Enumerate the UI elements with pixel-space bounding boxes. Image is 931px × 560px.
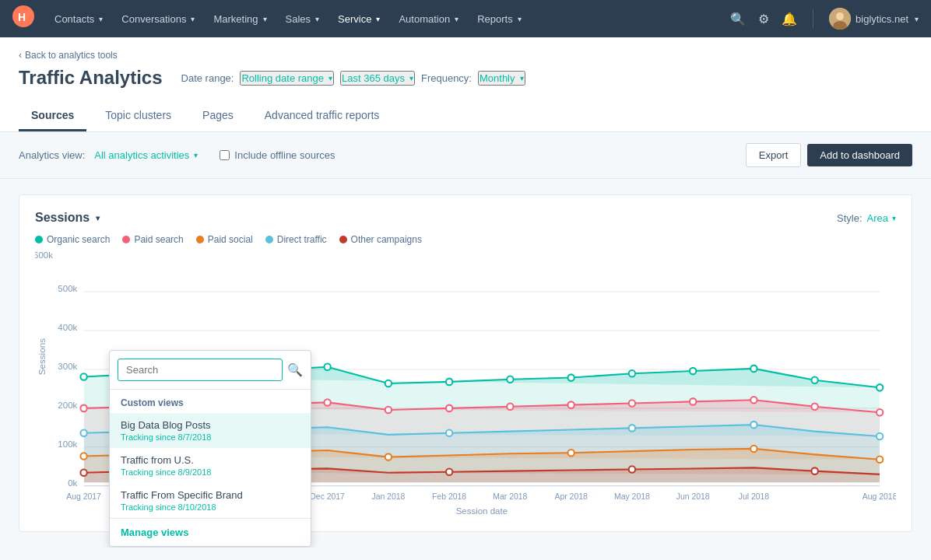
nav-sales[interactable]: Sales ▾ — [278, 9, 328, 30]
analytics-view-label: Analytics view: — [19, 149, 85, 161]
legend-dot-organic — [35, 236, 43, 243]
legend-dot-other — [339, 236, 347, 243]
svg-text:Session date: Session date — [456, 506, 508, 516]
dropdown-search-input[interactable] — [118, 359, 283, 381]
svg-text:Dec 2017: Dec 2017 — [310, 492, 345, 501]
date-range-button[interactable]: Rolling date range ▾ — [240, 71, 334, 86]
svg-point-28 — [446, 379, 452, 386]
svg-point-27 — [385, 380, 392, 387]
nav-reports[interactable]: Reports ▾ — [469, 9, 529, 30]
chevron-left-icon: ‹ — [19, 50, 22, 61]
legend-organic-search: Organic search — [35, 234, 110, 245]
topnav: H Contacts ▾ Conversations ▾ Marketing ▾… — [0, 0, 931, 37]
add-to-dashboard-button[interactable]: Add to dashboard — [807, 144, 912, 166]
legend-paid-social: Paid social — [196, 234, 253, 245]
nav-conversations[interactable]: Conversations ▾ — [114, 9, 202, 30]
svg-point-65 — [385, 453, 392, 460]
legend-dot-paid-social — [196, 236, 204, 243]
export-button[interactable]: Export — [746, 143, 802, 167]
svg-text:Jan 2018: Jan 2018 — [371, 492, 405, 501]
svg-point-74 — [629, 466, 635, 473]
date-period-button[interactable]: Last 365 days ▾ — [340, 71, 415, 86]
svg-point-31 — [629, 370, 635, 377]
search-icon[interactable]: 🔍 — [287, 362, 303, 377]
user-menu[interactable]: biglytics.net ▾ — [829, 8, 919, 30]
dropdown-item-1[interactable]: Traffic from U.S. Tracking since 8/9/201… — [110, 448, 311, 483]
tab-topic-clusters[interactable]: Topic clusters — [93, 101, 184, 131]
tab-advanced-traffic[interactable]: Advanced traffic reports — [252, 101, 392, 131]
sessions-label: Sessions ▾ — [35, 211, 100, 225]
svg-point-59 — [750, 422, 757, 429]
user-domain: biglytics.net — [855, 13, 908, 25]
svg-point-45 — [507, 404, 513, 411]
svg-text:Sessions: Sessions — [37, 338, 47, 376]
avatar — [829, 8, 851, 30]
offline-sources-label: Include offline sources — [234, 149, 335, 161]
svg-point-60 — [877, 433, 883, 440]
hubspot-logo[interactable]: H — [12, 5, 34, 32]
chevron-down-icon: ▾ — [376, 15, 380, 23]
legend-dot-direct — [265, 236, 273, 243]
svg-point-54 — [80, 430, 86, 437]
svg-point-38 — [80, 405, 86, 412]
svg-text:Feb 2018: Feb 2018 — [432, 492, 466, 501]
chevron-down-icon: ▾ — [455, 15, 458, 23]
analytics-view-button[interactable]: All analytics activities ▾ — [94, 149, 198, 161]
offline-sources-checkbox[interactable] — [220, 150, 230, 160]
chevron-down-icon: ▾ — [99, 15, 103, 23]
style-value-button[interactable]: Area ▾ — [867, 212, 896, 224]
svg-text:Aug 2018: Aug 2018 — [862, 492, 896, 501]
svg-text:100k: 100k — [58, 439, 77, 449]
svg-text:Jul 2018: Jul 2018 — [739, 492, 770, 501]
legend-paid-search: Paid search — [122, 234, 183, 245]
tabs: Sources Topic clusters Pages Advanced tr… — [19, 101, 912, 131]
svg-point-50 — [811, 404, 817, 411]
manage-views-link[interactable]: Manage views — [110, 518, 311, 546]
legend-other-campaigns: Other campaigns — [339, 234, 422, 245]
svg-point-35 — [877, 384, 883, 391]
svg-point-63 — [80, 453, 86, 460]
page-title: Traffic Analytics — [19, 67, 163, 89]
chevron-down-icon: ▾ — [518, 15, 522, 23]
chart-legend: Organic search Paid search Paid social D… — [35, 234, 896, 245]
style-select: Style: Area ▾ — [837, 212, 896, 224]
svg-point-32 — [690, 368, 696, 375]
tab-pages[interactable]: Pages — [190, 101, 246, 131]
topnav-right: 🔍 ⚙ 🔔 biglytics.net ▾ — [730, 8, 919, 30]
nav-contacts[interactable]: Contacts ▾ — [47, 9, 111, 30]
filter-row: Date range: Rolling date range ▾ Last 36… — [181, 71, 525, 86]
svg-point-51 — [877, 409, 883, 416]
offline-sources-checkbox-wrap: Include offline sources — [220, 149, 335, 161]
svg-point-66 — [567, 450, 574, 457]
back-link[interactable]: ‹ Back to analytics tools — [19, 50, 912, 61]
svg-text:600k: 600k — [35, 251, 53, 260]
main-content: Sessions ▾ Style: Area ▾ Organic search … — [0, 179, 931, 548]
svg-text:500k: 500k — [58, 284, 77, 293]
svg-point-68 — [877, 457, 883, 464]
chevron-down-icon: ▾ — [892, 214, 896, 222]
notifications-icon[interactable]: 🔔 — [782, 12, 797, 26]
nav-service[interactable]: Service ▾ — [330, 9, 388, 30]
svg-point-48 — [690, 398, 696, 405]
dropdown-item-2[interactable]: Traffic From Specific Brand Tracking sin… — [110, 483, 311, 518]
chevron-down-icon: ▾ — [96, 214, 100, 222]
svg-point-57 — [446, 430, 452, 437]
legend-dot-paid-search — [122, 236, 130, 243]
frequency-button[interactable]: Monthly ▾ — [478, 71, 525, 86]
search-icon[interactable]: 🔍 — [730, 12, 746, 26]
svg-point-75 — [811, 467, 817, 474]
nav-automation[interactable]: Automation ▾ — [391, 9, 466, 30]
dropdown-item-0[interactable]: Big Data Blog Posts Tracking since 8/7/2… — [110, 413, 311, 448]
svg-text:May 2018: May 2018 — [614, 492, 650, 501]
tab-sources[interactable]: Sources — [19, 101, 86, 131]
svg-point-30 — [567, 374, 574, 381]
nav-marketing[interactable]: Marketing ▾ — [206, 9, 274, 30]
legend-direct-traffic: Direct traffic — [265, 234, 327, 245]
settings-icon[interactable]: ⚙ — [758, 12, 769, 26]
svg-text:400k: 400k — [58, 323, 77, 332]
svg-point-67 — [750, 446, 757, 453]
svg-text:Mar 2018: Mar 2018 — [493, 492, 527, 501]
svg-point-58 — [629, 425, 635, 432]
analytics-bar: Analytics view: All analytics activities… — [0, 132, 931, 179]
dropdown-list: Custom views Big Data Blog Posts Trackin… — [110, 390, 311, 518]
